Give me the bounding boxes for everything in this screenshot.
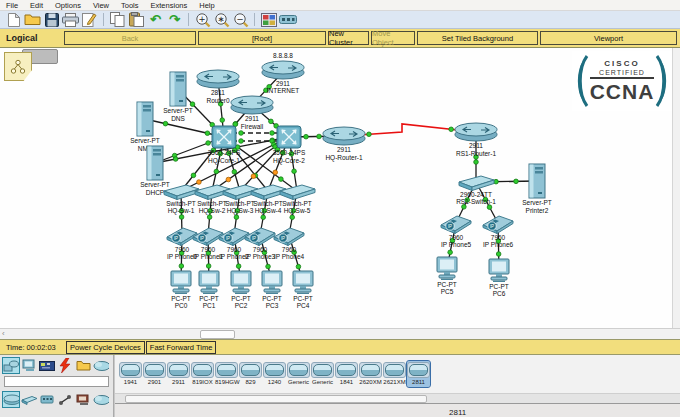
switch-icon[interactable] — [21, 392, 37, 407]
scroll-left-arrow-icon[interactable]: ‹ — [2, 329, 5, 338]
power-cycle-devices-button[interactable]: Power Cycle Devices — [66, 341, 145, 354]
model-scrollbar[interactable] — [115, 393, 680, 403]
device-label: Server-PT — [492, 199, 582, 207]
router-model-icon — [215, 362, 238, 378]
device-label: 2911 — [431, 142, 521, 150]
menu-edit[interactable]: Edit — [24, 1, 49, 10]
new-file-icon[interactable] — [4, 12, 23, 28]
port-status-dot — [292, 169, 297, 174]
router-model-icon — [335, 362, 358, 378]
end-device-icon[interactable] — [75, 392, 91, 407]
palette-model-generic[interactable]: Generic — [311, 361, 334, 387]
port-status-dot — [273, 170, 278, 175]
palette-model-819iox[interactable]: 819IOX — [191, 361, 214, 387]
move-object-button[interactable]: Move Object — [371, 31, 415, 45]
pc-icon[interactable] — [21, 358, 37, 373]
cloud-icon[interactable] — [93, 358, 109, 373]
set-tiled-background-button[interactable]: Set Tiled Background — [417, 31, 538, 45]
router-icon — [299, 126, 389, 146]
color-palette-icon[interactable] — [259, 12, 278, 28]
palette-model-2811[interactable]: 2811 — [407, 361, 430, 387]
palette-model-generic[interactable]: Generic — [287, 361, 310, 387]
model-label: Generic — [311, 379, 334, 386]
fast-forward-time-button[interactable]: Fast Forward Time — [146, 341, 217, 354]
realtime-bar: Time: 00:02:03 Power Cycle Devices Fast … — [0, 339, 680, 355]
palette-model-829[interactable]: 829 — [239, 361, 262, 387]
back-button[interactable]: Back — [64, 31, 196, 45]
canvas-horizontal-scrollbar[interactable]: ‹ — [0, 328, 680, 339]
router-model-icon — [191, 362, 214, 378]
category-row-2 — [0, 389, 113, 408]
palette-model-1240[interactable]: 1240 — [263, 361, 286, 387]
palette-model-819hgw[interactable]: 819HGW — [215, 361, 238, 387]
menu-file[interactable]: File — [0, 1, 24, 10]
menu-tools[interactable]: Tools — [115, 1, 145, 10]
menu-extensions[interactable]: Extensions — [145, 1, 194, 10]
save-icon[interactable] — [42, 12, 61, 28]
device-printer2[interactable]: Server-PTPrinter2 — [492, 163, 582, 214]
new-cluster-button[interactable]: New Cluster — [328, 31, 369, 45]
device-hq-sw-5[interactable]: Switch-PTHQ-Sw-5 — [252, 183, 342, 215]
menu-view[interactable]: View — [87, 1, 115, 10]
cloud-icon[interactable] — [93, 392, 109, 407]
device-pc4[interactable]: PC-PTPC4 — [258, 270, 348, 310]
selected-device-name: 2811 — [449, 408, 466, 417]
device-hq-router-1[interactable]: 2911HQ-Router-1 — [299, 126, 389, 161]
connection-icon[interactable] — [57, 392, 73, 407]
server-icon — [492, 163, 582, 199]
palette-model-2621xm[interactable]: 2621XM — [383, 361, 406, 387]
root-button[interactable]: [Root] — [198, 31, 326, 45]
custom-device-icon[interactable] — [278, 12, 297, 28]
router-icon[interactable] — [3, 392, 19, 407]
zoom-reset-icon[interactable]: ∗ — [212, 12, 231, 28]
open-folder-icon[interactable] — [23, 12, 42, 28]
menu-options[interactable]: Options — [49, 1, 87, 10]
palette-model-1941[interactable]: 1941 — [119, 361, 142, 387]
device-label: IP Phone6 — [453, 241, 543, 249]
device-label: Server-PT — [100, 137, 190, 145]
hardware-icon[interactable] — [39, 358, 55, 373]
device-phone6[interactable]: IP7960IP Phone6 — [453, 213, 543, 249]
port-status-dot — [496, 252, 501, 257]
port-status-dot — [266, 264, 271, 269]
scrollbar-thumb[interactable] — [200, 330, 235, 339]
toolbar-separator — [254, 13, 255, 26]
router-model-icon — [407, 362, 430, 378]
router-icon — [431, 122, 521, 142]
device-cluster-icon[interactable] — [3, 358, 19, 373]
redo-icon[interactable]: ↷ — [165, 12, 184, 28]
palette-model-2620xm[interactable]: 2620XM — [359, 361, 382, 387]
device-label: HQ-Sw-5 — [252, 207, 342, 215]
toolbar-separator — [103, 13, 104, 26]
logical-workspace-icon[interactable] — [4, 52, 32, 81]
paste-icon[interactable] — [127, 12, 146, 28]
palette-model-1841[interactable]: 1841 — [335, 361, 358, 387]
folder-icon[interactable] — [75, 358, 91, 373]
palette-model-2901[interactable]: 2901 — [143, 361, 166, 387]
zoom-out-icon[interactable]: − — [231, 12, 250, 28]
menu-help[interactable]: Help — [193, 1, 220, 10]
device-pc6[interactable]: PC-PTPC6 — [454, 258, 544, 298]
logo-ccna-text: CCNA — [590, 80, 655, 104]
lightning-icon[interactable] — [57, 358, 73, 373]
topology-canvas[interactable]: CISCO CERTIFIED CCNA 8.8.8.82911INTERNET… — [0, 48, 680, 328]
viewport-button[interactable]: Viewport — [540, 31, 677, 45]
copy-icon[interactable] — [108, 12, 127, 28]
switch-access-icon — [252, 183, 342, 200]
logical-mode-tab[interactable]: Logical — [0, 33, 64, 43]
device-rs1-router-1[interactable]: 2911RS1-Router-1 — [431, 122, 521, 157]
port-status-dot — [179, 264, 184, 269]
activity-wizard-icon[interactable] — [80, 12, 99, 28]
router-model-icon — [311, 362, 334, 378]
hub-icon[interactable] — [39, 392, 55, 407]
logo-cisco-text: CISCO — [590, 59, 655, 68]
router-model-icon — [383, 362, 406, 378]
palette-model-2911[interactable]: 2911 — [167, 361, 190, 387]
canvas-vertical-scrollbar[interactable] — [672, 48, 680, 328]
router-model-icon — [167, 362, 190, 378]
model-label: 2901 — [143, 379, 166, 386]
zoom-in-icon[interactable]: + — [193, 12, 212, 28]
print-icon[interactable] — [61, 12, 80, 28]
undo-icon[interactable]: ↶ — [146, 12, 165, 28]
device-phone4[interactable]: IP7960IP Phone4 — [244, 225, 334, 261]
